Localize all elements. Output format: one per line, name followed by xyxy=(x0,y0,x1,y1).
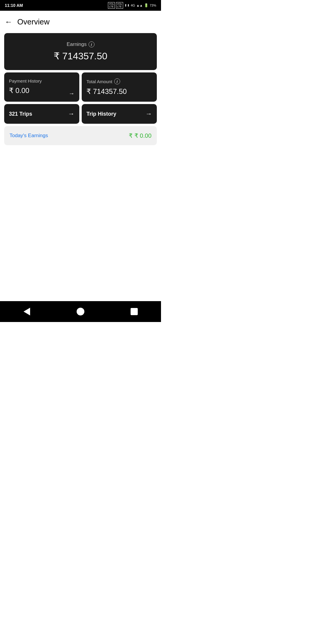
status-icons: VO₁LTE VO₂LTE ⬆⬇ 4G ▲▲ 🔋 73% xyxy=(108,2,156,9)
action-row: 321 Trips → Trip History → xyxy=(4,104,157,124)
page-title: Overview xyxy=(17,17,49,27)
trip-history-card[interactable]: Trip History → xyxy=(82,104,157,124)
recents-square-icon xyxy=(131,308,138,315)
earnings-info-icon[interactable]: i xyxy=(89,41,95,47)
vol2-icon: VO₂LTE xyxy=(116,2,123,9)
main-content: Earnings i ₹ 714357.50 Payment History ₹… xyxy=(0,33,161,145)
nav-bar xyxy=(0,301,161,322)
status-time: 11:10 AM xyxy=(5,3,23,8)
4g-label: 4G xyxy=(131,4,135,7)
payment-history-amount: ₹ 0.00 xyxy=(9,86,75,95)
network-icon: ⬆⬇ xyxy=(124,4,130,7)
nav-home-button[interactable] xyxy=(75,306,86,318)
total-amount-value: ₹ 714357.50 xyxy=(86,87,152,96)
header: ← Overview xyxy=(0,11,161,33)
total-amount-card: Total Amount i ₹ 714357.50 xyxy=(82,72,157,102)
todays-earnings-label: Today's Earnings xyxy=(10,133,48,139)
vol1-icon: VO₁LTE xyxy=(108,2,115,9)
earnings-amount: ₹ 714357.50 xyxy=(10,50,151,62)
todays-earnings-card: Today's Earnings ₹ ₹ 0.00 xyxy=(4,126,157,145)
signal-icon: ▲▲ xyxy=(136,4,143,7)
nav-back-button[interactable] xyxy=(21,306,33,318)
trip-history-label: Trip History xyxy=(86,111,116,117)
trips-arrow: → xyxy=(68,110,75,118)
trip-history-arrow: → xyxy=(145,110,152,118)
earnings-card: Earnings i ₹ 714357.50 xyxy=(4,33,157,70)
trips-card[interactable]: 321 Trips → xyxy=(4,104,79,124)
earnings-label: Earnings i xyxy=(10,41,151,47)
payment-history-card[interactable]: Payment History ₹ 0.00 → xyxy=(4,72,79,102)
payment-history-label: Payment History xyxy=(9,78,75,83)
total-amount-label: Total Amount i xyxy=(86,78,152,84)
payment-history-arrow: → xyxy=(69,90,75,97)
battery-percent: 73% xyxy=(150,4,156,7)
status-bar: 11:10 AM VO₁LTE VO₂LTE ⬆⬇ 4G ▲▲ 🔋 73% xyxy=(0,0,161,11)
cards-row: Payment History ₹ 0.00 → Total Amount i … xyxy=(4,72,157,102)
total-amount-info-icon[interactable]: i xyxy=(114,78,120,84)
nav-recents-button[interactable] xyxy=(128,306,140,318)
battery-icon: 🔋 xyxy=(144,3,148,7)
back-triangle-icon xyxy=(24,308,30,315)
trips-label: 321 Trips xyxy=(9,111,32,117)
home-circle-icon xyxy=(77,308,84,315)
back-button[interactable]: ← xyxy=(5,17,13,27)
todays-earnings-amount: ₹ ₹ 0.00 xyxy=(129,132,151,139)
